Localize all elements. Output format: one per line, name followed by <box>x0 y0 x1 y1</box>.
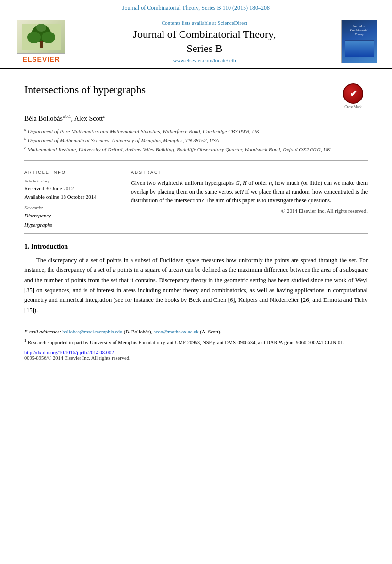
journal-center-block: Contents lists available at ScienceDirec… <box>73 20 336 63</box>
abstract-header: ABSTRACT <box>131 170 368 175</box>
author1-name: Béla Bollobás <box>24 115 63 122</box>
keyword-discrepancy: Discrepancy <box>24 211 114 220</box>
abstract-column: ABSTRACT Given two weighted k-uniform hy… <box>131 170 368 229</box>
author2-sup: c <box>103 114 105 119</box>
cover-graphic <box>345 40 374 57</box>
footnote-1-text: Research supported in part by University… <box>28 340 344 345</box>
keyword-hypergraphs: Hypergraphs <box>24 220 114 230</box>
affil-a-sup: a <box>24 127 26 132</box>
available-online-date: Available online 18 October 2014 <box>24 193 114 201</box>
cover-title-text: Journal ofCombinatorialTheory <box>350 24 369 36</box>
footnotes-section: E-mail addresses: bollobas@msci.memphis.… <box>24 325 368 346</box>
journal-citation-text: Journal of Combinatorial Theory, Series … <box>122 4 270 11</box>
body-divider <box>24 233 368 234</box>
article-history-content: Received 30 June 2012 Available online 1… <box>24 184 114 200</box>
main-content: Intersections of hypergraphs ✔ CrossMark… <box>0 69 392 370</box>
journal-title-main: Journal of Combinatorial Theory, Series … <box>133 28 276 55</box>
affil-a-text: Department of Pure Mathematics and Mathe… <box>28 128 260 134</box>
affil-b-sup: b <box>24 136 26 141</box>
abstract-text: Given two weighted k-uniform hypergraphs… <box>131 179 368 205</box>
author2-name: Alex Scott <box>74 115 103 122</box>
article-info-column: ARTICLE INFO Article history: Received 3… <box>24 170 121 229</box>
doi-url: http://dx.doi.org/10.1016/j.jctb.2014.08… <box>24 350 114 355</box>
article-history-label: Article history: <box>24 179 114 183</box>
svg-point-5 <box>36 24 46 32</box>
affiliations-block: a Department of Pure Mathematics and Mat… <box>24 127 368 153</box>
issn-line: 0095-8956/© 2014 Elsevier Inc. All right… <box>24 355 368 361</box>
email-bollobas-name: (B. Bollobás), <box>124 329 152 334</box>
sciencedirect-link[interactable]: ScienceDirect <box>217 20 247 26</box>
section-1-number: 1. <box>24 243 31 250</box>
doi-link[interactable]: http://dx.doi.org/10.1016/j.jctb.2014.08… <box>24 350 114 355</box>
svg-point-2 <box>27 32 41 43</box>
article-info-abstract-row: ARTICLE INFO Article history: Received 3… <box>24 166 368 229</box>
article-title: Intersections of hypergraphs <box>24 83 334 96</box>
affil-c-text: Mathematical Institute, University of Ox… <box>27 147 330 152</box>
top-citation-bar: Journal of Combinatorial Theory, Series … <box>0 0 392 15</box>
keywords-list: Discrepancy Hypergraphs <box>24 211 114 229</box>
journal-citation-link[interactable]: Journal of Combinatorial Theory, Series … <box>122 4 270 11</box>
elsevier-logo-block: ELSEVIER <box>15 20 68 63</box>
crossmark-badge[interactable]: ✔ CrossMark <box>339 83 368 109</box>
affil-b-text: Department of Mathematical Sciences, Uni… <box>28 137 219 143</box>
crossmark-label: CrossMark <box>344 105 362 109</box>
keywords-section: Keywords: Discrepancy Hypergraphs <box>24 205 114 229</box>
svg-point-3 <box>42 32 55 43</box>
received-date: Received 30 June 2012 <box>24 184 114 193</box>
article-title-row: Intersections of hypergraphs ✔ CrossMark <box>24 83 368 109</box>
affiliation-c: c Mathematical Institute, University of … <box>24 145 368 153</box>
contents-available-text: Contents lists available at <box>162 20 216 26</box>
elsevier-name-text: ELSEVIER <box>22 55 60 63</box>
section-introduction: 1. Introduction The discrepancy of a set… <box>24 243 368 315</box>
email-scott-name: (A. Scott). <box>200 329 221 334</box>
email-bollobas[interactable]: bollobas@msci.memphis.edu <box>62 329 122 334</box>
section-1-label: Introduction <box>31 243 68 250</box>
article-info-header: ARTICLE INFO <box>24 170 114 175</box>
footnote-email: E-mail addresses: bollobas@msci.memphis.… <box>24 328 368 336</box>
header-divider <box>24 160 368 161</box>
journal-cover-thumbnail: Journal ofCombinatorialTheory <box>341 20 377 63</box>
footnote-1-sup: 1 <box>24 338 26 343</box>
elsevier-logo-image <box>17 20 65 54</box>
intro-paragraph-1: The discrepancy of a set of points in a … <box>24 255 368 315</box>
author1-sup: a,b,1 <box>63 114 71 119</box>
keywords-label: Keywords: <box>24 205 114 210</box>
affiliation-b: b Department of Mathematical Sciences, U… <box>24 136 368 144</box>
footnote-1: 1 Research supported in part by Universi… <box>24 337 368 346</box>
email-scott[interactable]: scott@maths.ox.ac.uk <box>154 329 199 334</box>
affiliation-a: a Department of Pure Mathematics and Mat… <box>24 127 368 135</box>
crossmark-icon: ✔ <box>343 83 363 104</box>
section-1-title: 1. Introduction <box>24 243 368 250</box>
journal-header: ELSEVIER Contents lists available at Sci… <box>0 15 392 69</box>
affil-c-sup: c <box>24 146 26 150</box>
journal-url-text[interactable]: www.elsevier.com/locate/jctb <box>173 57 236 63</box>
authors-line: Béla Bollobása,b,1, Alex Scottc <box>24 114 368 123</box>
contents-line: Contents lists available at ScienceDirec… <box>162 20 247 26</box>
doi-section: http://dx.doi.org/10.1016/j.jctb.2014.08… <box>24 350 368 355</box>
copyright-notice: © 2014 Elsevier Inc. All rights reserved… <box>131 208 368 214</box>
svg-rect-4 <box>40 41 43 48</box>
email-label: E-mail addresses: <box>24 329 61 334</box>
